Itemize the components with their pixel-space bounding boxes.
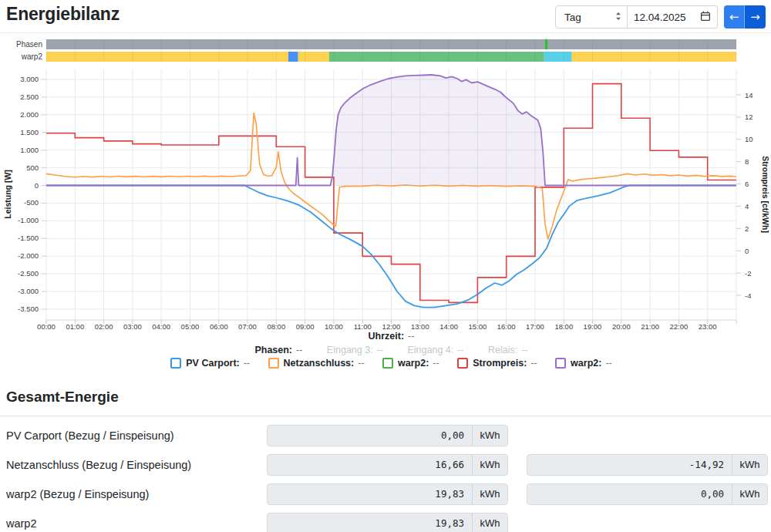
svg-text:20:00: 20:00: [612, 322, 631, 331]
legend-item-warp2-power[interactable]: warp2:--: [555, 358, 612, 369]
svg-text:8: 8: [745, 157, 749, 166]
svg-text:01:00: 01:00: [66, 322, 84, 331]
svg-text:3.000: 3.000: [20, 75, 39, 83]
legend-swatch-green: [382, 358, 393, 369]
date-controls: Tag 12.04.2025 ← →: [555, 5, 766, 29]
svg-text:16:00: 16:00: [497, 322, 516, 331]
svg-text:500: 500: [26, 163, 39, 172]
status-eingang4: Eingang 4:--: [407, 345, 463, 355]
svg-text:-4: -4: [745, 291, 751, 300]
status-eingang3: Eingang 3:--: [327, 345, 383, 355]
total-value: 0,00: [527, 484, 732, 504]
totals-divider: [0, 416, 771, 416]
date-input[interactable]: 12.04.2025: [628, 5, 718, 29]
legend-item-strompreis[interactable]: Strompreis:--: [457, 358, 537, 369]
status-relais: Relais:--: [488, 345, 528, 355]
total-row-warp2-bezug: warp2 (Bezug / Einspeisung) 19,83 kWh 0,…: [6, 483, 768, 505]
prev-day-button[interactable]: ←: [724, 5, 745, 29]
unit-label: kWh: [732, 455, 767, 475]
x-hover-value: --: [408, 331, 414, 342]
total-row-netzanschluss: Netzanschluss (Bezug / Einspeisung) 16,6…: [6, 454, 768, 476]
unit-label: kWh: [473, 513, 507, 532]
page-title: Energiebilanz: [6, 4, 120, 25]
total-value-group: 0,00 kWh: [267, 425, 508, 446]
svg-text:2: 2: [745, 224, 749, 233]
totals-heading: Gesamt-Energie: [6, 389, 119, 406]
svg-text:6: 6: [745, 180, 749, 188]
energy-chart[interactable]: Phasenwarp200:0001:0002:0003:0004:0005:0…: [0, 35, 771, 374]
svg-text:Strompreis [ct/kWh]: Strompreis [ct/kWh]: [761, 156, 770, 233]
svg-text:13:00: 13:00: [411, 322, 429, 331]
svg-text:0: 0: [35, 181, 39, 190]
status-readout: Phasen:-- Eingang 3:-- Eingang 4:-- Rela…: [46, 345, 736, 355]
legend-item-netzanschluss[interactable]: Netzanschluss:--: [268, 358, 365, 369]
legend-item-pv-carport[interactable]: PV Carport:--: [170, 358, 250, 369]
svg-text:10:00: 10:00: [325, 322, 343, 331]
svg-text:4: 4: [745, 202, 749, 210]
svg-text:1.000: 1.000: [20, 146, 39, 154]
svg-text:14:00: 14:00: [439, 322, 458, 331]
svg-text:-2: -2: [745, 269, 751, 278]
svg-text:12: 12: [745, 113, 753, 121]
svg-text:Phasen: Phasen: [16, 40, 42, 49]
svg-text:03:00: 03:00: [123, 322, 142, 331]
period-select-value: Tag: [564, 12, 581, 23]
x-hover-label: Uhrzeit:: [369, 331, 405, 342]
total-row-label: PV Carport (Bezug / Einspeisung): [6, 429, 267, 442]
unit-label: kWh: [473, 455, 507, 475]
svg-text:Leistung [W]: Leistung [W]: [3, 170, 12, 219]
total-value-group: 16,66 kWh: [267, 454, 508, 476]
chart-legend: PV Carport:-- Netzanschluss:-- warp2:-- …: [46, 358, 736, 371]
calendar-icon[interactable]: [700, 11, 711, 24]
total-row-label: Netzanschluss (Bezug / Einspeisung): [6, 459, 267, 471]
svg-text:08:00: 08:00: [267, 322, 285, 331]
svg-text:-3.500: -3.500: [18, 305, 39, 313]
total-value: 19,83: [268, 513, 473, 532]
legend-swatch-purple: [555, 358, 566, 369]
select-arrows-icon: [615, 12, 621, 23]
svg-text:19:00: 19:00: [584, 322, 602, 331]
legend-swatch-red: [457, 358, 468, 369]
svg-text:07:00: 07:00: [238, 322, 257, 331]
svg-text:09:00: 09:00: [296, 322, 315, 331]
svg-text:05:00: 05:00: [181, 322, 200, 331]
total-value: -14,92: [527, 455, 732, 475]
svg-text:12:00: 12:00: [382, 322, 401, 331]
total-row-label: warp2 (Bezug / Einspeisung): [6, 488, 267, 500]
svg-text:-500: -500: [24, 198, 39, 207]
svg-text:21:00: 21:00: [641, 322, 659, 331]
svg-text:1.500: 1.500: [20, 128, 39, 136]
total-value: 19,83: [268, 484, 473, 504]
next-day-button[interactable]: →: [745, 5, 766, 29]
svg-text:10: 10: [745, 135, 753, 143]
unit-label: kWh: [473, 484, 507, 504]
svg-text:22:00: 22:00: [670, 322, 689, 331]
total-value-group: 19,83 kWh: [267, 513, 508, 532]
svg-text:15:00: 15:00: [469, 322, 487, 331]
svg-text:06:00: 06:00: [210, 322, 228, 331]
total-value-group-2: -14,92 kWh: [527, 454, 768, 476]
svg-text:-1.500: -1.500: [18, 234, 39, 242]
svg-text:14: 14: [745, 91, 753, 99]
svg-text:23:00: 23:00: [699, 322, 717, 331]
svg-text:-3.000: -3.000: [18, 287, 39, 295]
total-value-group: 19,83 kWh: [267, 483, 508, 505]
period-select[interactable]: Tag: [555, 5, 628, 29]
header: Energiebilanz Tag 12.04.2025 ← →: [0, 0, 771, 33]
date-value: 12.04.2025: [634, 12, 686, 23]
total-row-label: warp2: [6, 517, 267, 530]
legend-swatch-blue: [170, 358, 181, 369]
unit-label: kWh: [473, 426, 507, 446]
legend-item-warp2[interactable]: warp2:--: [382, 358, 439, 369]
total-value: 0,00: [268, 426, 473, 446]
svg-text:2.000: 2.000: [20, 110, 39, 119]
svg-text:-1.000: -1.000: [18, 216, 39, 224]
total-row-warp2: warp2 19,83 kWh: [6, 513, 768, 532]
status-phasen: Phasen:--: [254, 345, 302, 355]
svg-text:00:00: 00:00: [37, 322, 56, 331]
svg-text:04:00: 04:00: [152, 322, 170, 331]
total-row-pv-carport: PV Carport (Bezug / Einspeisung) 0,00 kW…: [6, 425, 768, 446]
svg-text:02:00: 02:00: [95, 322, 113, 331]
total-value: 16,66: [268, 455, 473, 475]
svg-text:-2.500: -2.500: [18, 269, 39, 278]
